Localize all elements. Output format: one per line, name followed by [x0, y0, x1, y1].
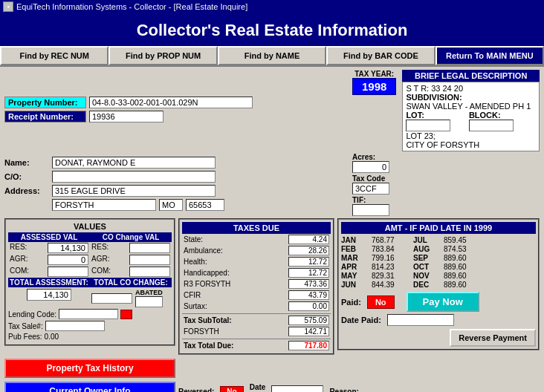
reversed-label: Reversed: [178, 388, 214, 393]
com-val[interactable] [48, 267, 88, 277]
aug-label: AUG [413, 245, 443, 253]
total-assess-val[interactable] [27, 289, 71, 301]
oct-label: OCT [413, 263, 443, 271]
dec-val: 889.60 [444, 281, 485, 289]
forsyth-label: FORSYTH [184, 327, 219, 336]
prop-num-field[interactable] [89, 97, 253, 108]
window-title: EquiTech Information Systems - Collector… [16, 2, 247, 11]
prop-tax-history-btn[interactable]: Property Tax History [4, 359, 175, 378]
co-change-header: CO Change VAL [90, 232, 172, 242]
tif-field[interactable] [352, 204, 389, 216]
co-field[interactable] [52, 171, 216, 183]
sep-val: 889.60 [444, 254, 485, 262]
may-label: MAY [341, 272, 371, 280]
subdivision-label: SUBDIVISION: [406, 93, 462, 102]
jan-label: JAN [341, 236, 371, 244]
tax-sale-field[interactable] [45, 321, 105, 331]
res-co-val[interactable] [129, 243, 170, 253]
jul-val: 859.45 [444, 236, 485, 244]
apr-val: 814.23 [372, 263, 412, 271]
surtax-val[interactable] [288, 301, 329, 311]
name-label: Name: [4, 158, 49, 167]
brief-legal-header: BRIEF LEGAL DESCRIPTION [402, 70, 540, 82]
agr-label: AGR: [10, 255, 27, 265]
r3-val[interactable] [288, 279, 329, 289]
feb-val: 783.84 [372, 245, 412, 253]
oct-val: 889.60 [444, 263, 485, 271]
total-assess-label: TOTAL ASSESSMENT: [8, 278, 90, 287]
dec-label: DEC [413, 281, 443, 289]
values-section: VALUES ASSESSED VAL CO Change VAL RES: R… [4, 218, 175, 355]
nav-bar: Find by REC NUM Find by PROP NUM Find by… [0, 46, 544, 67]
health-label: Health: [184, 258, 207, 266]
return-main-menu-btn[interactable]: Return To MAIN MENU [435, 46, 544, 65]
date-paid-field[interactable] [387, 314, 454, 326]
reason-label: Reason: [329, 388, 358, 393]
com-co-label: COM: [91, 267, 111, 277]
name-field[interactable] [52, 157, 216, 169]
paid-label: Paid: [341, 298, 361, 307]
agr-co-val[interactable] [129, 255, 170, 265]
cfir-val[interactable] [288, 290, 329, 300]
total-co-val[interactable] [91, 293, 132, 304]
receipt-field[interactable] [89, 111, 163, 122]
mar-label: MAR [341, 254, 371, 262]
receipt-label: Receipt Number: [4, 111, 86, 122]
co-label: C/O: [4, 172, 49, 181]
city-field[interactable] [52, 199, 156, 211]
date-rev-label: Date Rev: [250, 383, 266, 392]
jun-val: 844.39 [372, 281, 412, 289]
handicapped-label: Handicapped: [184, 269, 230, 277]
paid-badge: No [367, 295, 395, 309]
jan-val: 768.77 [372, 236, 412, 244]
zip-field[interactable] [186, 199, 224, 211]
feb-label: FEB [341, 245, 371, 253]
pub-fees-label: Pub Fees: [8, 333, 42, 341]
main-header: Collector's Real Estate Information [0, 13, 544, 46]
com-co-val[interactable] [129, 267, 170, 277]
date-rev-field[interactable] [271, 385, 323, 392]
handicapped-val[interactable] [288, 268, 329, 278]
mar-val: 799.16 [372, 254, 412, 262]
tax-sale-label: Tax Sale#: [8, 322, 43, 330]
block-field[interactable] [406, 120, 450, 131]
taxes-header: TAXES DUE [182, 222, 331, 234]
pay-now-btn[interactable]: Pay Now [407, 292, 479, 312]
find-rec-num-btn[interactable]: Find by REC NUM [0, 46, 109, 65]
forsyth-val[interactable] [288, 327, 329, 336]
address-field[interactable] [52, 185, 216, 197]
reversed-badge: No [220, 386, 243, 393]
nov-val: 889.60 [444, 272, 485, 280]
pub-fees-val: 0.00 [45, 333, 59, 341]
agr-val[interactable] [48, 255, 88, 265]
total-co-label: TOTAL CO CHANGE: [90, 278, 172, 287]
reverse-payment-btn[interactable]: Reverse Payment [450, 329, 536, 347]
block-val-field[interactable] [469, 120, 514, 131]
acres-field[interactable] [352, 161, 389, 173]
prop-num-label: Property Number: [4, 97, 86, 108]
assessed-val-header: ASSESSED VAL [8, 232, 90, 242]
taxes-due-section: TAXES DUE State: Ambulance: Health: Hand… [178, 218, 334, 355]
nov-label: NOV [413, 272, 443, 280]
state-val[interactable] [288, 235, 329, 244]
lending-field[interactable] [59, 309, 118, 319]
jun-label: JUN [341, 281, 371, 289]
state-field[interactable] [159, 199, 183, 211]
lending-code-badge [120, 310, 132, 319]
total-due-val[interactable] [288, 341, 329, 350]
ambulance-label: Ambulance: [184, 246, 223, 255]
tax-year-value: 1998 [352, 78, 396, 95]
res-val[interactable] [48, 243, 88, 253]
find-name-btn[interactable]: Find by NAME [218, 46, 326, 65]
subtotal-val[interactable] [288, 316, 329, 325]
current-owner-btn[interactable]: Current Owner Info [4, 382, 175, 392]
total-due-label: Tax Total Due: [184, 342, 233, 350]
find-prop-num-btn[interactable]: Find by PROP NUM [109, 46, 217, 65]
address-label: Address: [4, 186, 49, 195]
health-val[interactable] [288, 257, 329, 267]
find-barcode-btn[interactable]: Find by BAR CODE [326, 46, 435, 65]
tax-code-field[interactable] [352, 183, 389, 195]
ambulance-val[interactable] [288, 246, 329, 255]
amt-late-header: AMT - IF PAID LATE IN 1999 [341, 222, 536, 234]
may-val: 829.31 [372, 272, 412, 280]
